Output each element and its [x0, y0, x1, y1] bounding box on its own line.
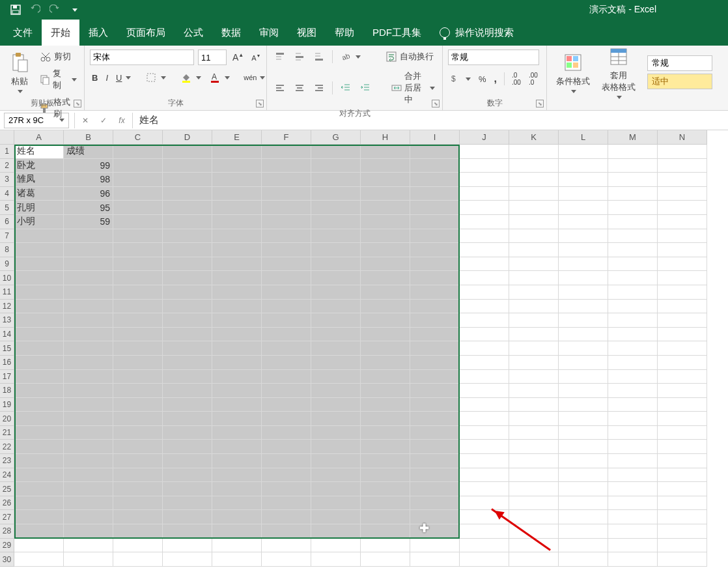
- row-header[interactable]: 20: [0, 412, 14, 426]
- cell[interactable]: [212, 384, 262, 398]
- cell[interactable]: [212, 271, 262, 285]
- cell[interactable]: [559, 384, 608, 398]
- increase-decimal-button[interactable]: .0.00: [510, 70, 523, 87]
- cell[interactable]: [608, 468, 658, 483]
- cell[interactable]: [559, 539, 608, 553]
- cell[interactable]: 96: [64, 187, 113, 201]
- cell[interactable]: 99: [64, 159, 113, 173]
- border-button[interactable]: [143, 70, 168, 85]
- cell[interactable]: [658, 398, 707, 412]
- row-header[interactable]: 8: [0, 243, 14, 257]
- cell[interactable]: [262, 285, 311, 300]
- cell[interactable]: [460, 243, 509, 257]
- cell[interactable]: [311, 300, 361, 314]
- cell[interactable]: [509, 398, 559, 412]
- cell[interactable]: [608, 215, 658, 229]
- cell[interactable]: [460, 426, 509, 440]
- tab-file[interactable]: 文件: [4, 20, 42, 46]
- cell[interactable]: [361, 201, 410, 215]
- cell[interactable]: [460, 384, 509, 398]
- fx-button[interactable]: fx: [113, 116, 131, 125]
- cell[interactable]: [311, 440, 361, 454]
- cell[interactable]: [361, 539, 410, 553]
- cell[interactable]: [14, 412, 64, 426]
- cell[interactable]: [212, 285, 262, 300]
- font-size-combo[interactable]: [198, 50, 227, 65]
- cell[interactable]: [658, 482, 707, 496]
- cell[interactable]: [658, 271, 707, 285]
- cell[interactable]: [262, 229, 311, 244]
- cell[interactable]: [262, 482, 311, 496]
- cell[interactable]: [608, 201, 658, 215]
- cell[interactable]: [410, 215, 460, 229]
- cell[interactable]: [64, 285, 113, 300]
- cell[interactable]: [658, 384, 707, 398]
- cell[interactable]: [311, 370, 361, 384]
- cell[interactable]: [64, 341, 113, 356]
- cell[interactable]: [410, 257, 460, 272]
- cell[interactable]: [410, 454, 460, 468]
- cell[interactable]: [509, 370, 559, 384]
- cell[interactable]: [163, 257, 212, 272]
- cell[interactable]: [608, 285, 658, 300]
- cell[interactable]: [410, 482, 460, 496]
- row-header[interactable]: 26: [0, 496, 14, 511]
- cell[interactable]: 孔明: [14, 201, 64, 215]
- cell[interactable]: 诸葛: [14, 187, 64, 201]
- cell[interactable]: [113, 257, 163, 272]
- cells-area[interactable]: 姓名成绩卧龙99雏凤98诸葛96孔明95小明59: [14, 145, 707, 567]
- cell[interactable]: [658, 243, 707, 257]
- cell[interactable]: [509, 187, 559, 201]
- cell[interactable]: [460, 454, 509, 468]
- row-header[interactable]: 22: [0, 440, 14, 454]
- cell[interactable]: [262, 426, 311, 440]
- cut-button[interactable]: 剪切: [38, 50, 79, 64]
- cell[interactable]: [64, 300, 113, 314]
- cell[interactable]: [163, 440, 212, 454]
- cell[interactable]: [361, 356, 410, 370]
- cell[interactable]: [608, 482, 658, 496]
- cell[interactable]: [14, 313, 64, 328]
- cell[interactable]: [608, 243, 658, 257]
- cell[interactable]: [212, 496, 262, 511]
- cell[interactable]: [559, 271, 608, 285]
- row-header[interactable]: 12: [0, 300, 14, 314]
- cell[interactable]: [460, 524, 509, 539]
- cell[interactable]: [460, 539, 509, 553]
- cell[interactable]: [262, 539, 311, 553]
- alignment-launcher[interactable]: ⬊: [432, 100, 440, 107]
- cell[interactable]: [658, 454, 707, 468]
- cell[interactable]: [410, 426, 460, 440]
- row-header[interactable]: 25: [0, 482, 14, 496]
- cell[interactable]: [361, 510, 410, 524]
- cell[interactable]: [608, 440, 658, 454]
- cell[interactable]: [410, 201, 460, 215]
- increase-indent-button[interactable]: [357, 81, 373, 95]
- cell[interactable]: [14, 257, 64, 272]
- phonetic-button[interactable]: wén: [242, 70, 267, 85]
- cell[interactable]: [64, 384, 113, 398]
- cell[interactable]: [64, 398, 113, 412]
- column-header[interactable]: I: [410, 130, 460, 145]
- align-right-button[interactable]: [311, 81, 327, 95]
- font-color-button[interactable]: A: [207, 70, 232, 85]
- cell[interactable]: [14, 454, 64, 468]
- cell[interactable]: [163, 285, 212, 300]
- row-header[interactable]: 29: [0, 539, 14, 553]
- cell[interactable]: [311, 313, 361, 328]
- cell[interactable]: [658, 539, 707, 553]
- decrease-decimal-button[interactable]: .00.0: [527, 70, 540, 87]
- cell[interactable]: [460, 482, 509, 496]
- cell[interactable]: [460, 159, 509, 173]
- cell[interactable]: [262, 384, 311, 398]
- cell[interactable]: [262, 300, 311, 314]
- cell[interactable]: [509, 356, 559, 370]
- cell[interactable]: [658, 145, 707, 159]
- cell[interactable]: [113, 285, 163, 300]
- cell[interactable]: [64, 510, 113, 524]
- cell[interactable]: [113, 539, 163, 553]
- cell[interactable]: [113, 229, 163, 244]
- undo-icon[interactable]: [30, 5, 40, 15]
- cell[interactable]: [212, 454, 262, 468]
- cell[interactable]: [212, 229, 262, 244]
